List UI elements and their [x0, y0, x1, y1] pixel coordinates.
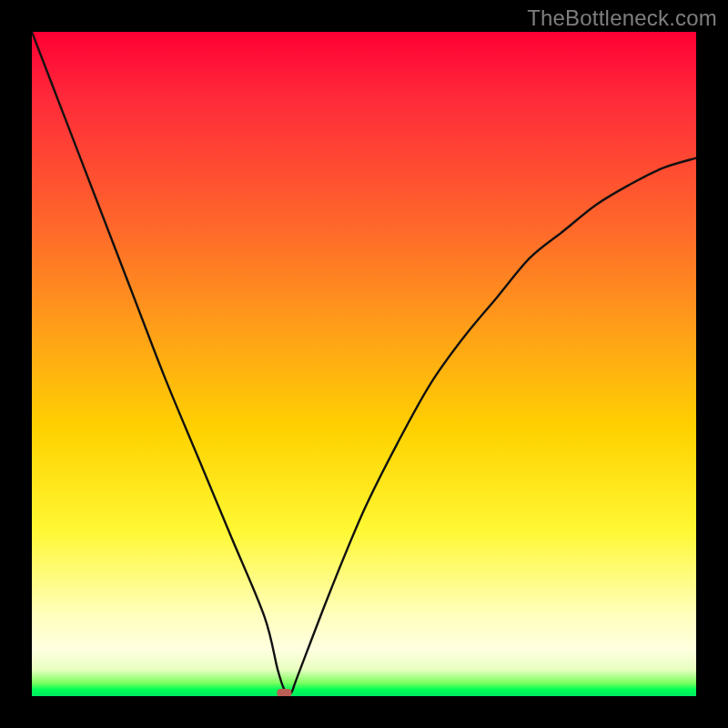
curve-path — [32, 32, 696, 693]
bottleneck-curve — [32, 32, 696, 696]
chart-frame: TheBottleneck.com — [0, 0, 728, 728]
min-marker — [277, 689, 291, 696]
watermark-text: TheBottleneck.com — [527, 5, 717, 31]
plot-area — [32, 32, 696, 696]
